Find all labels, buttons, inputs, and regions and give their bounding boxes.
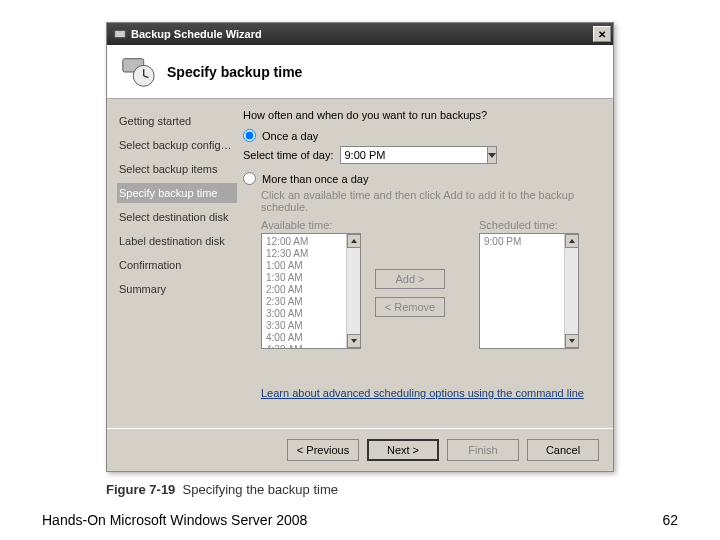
titlebar: Backup Schedule Wizard ✕ <box>107 23 613 45</box>
app-icon <box>113 27 127 41</box>
radio-more-label: More than once a day <box>262 173 368 185</box>
close-icon[interactable]: ✕ <box>593 26 611 42</box>
scroll-up-icon[interactable] <box>347 234 360 248</box>
sidebar-item-destination-disk[interactable]: Select destination disk <box>117 207 237 227</box>
svg-point-2 <box>133 65 154 86</box>
sidebar-item-label-disk[interactable]: Label destination disk <box>117 231 237 251</box>
previous-button[interactable]: < Previous <box>287 439 359 461</box>
time-of-day-label: Select time of day: <box>243 149 334 161</box>
scroll-down-icon[interactable] <box>565 334 578 348</box>
time-of-day-combo[interactable] <box>340 146 460 164</box>
advanced-scheduling-link[interactable]: Learn about advanced scheduling options … <box>261 387 584 399</box>
time-of-day-input[interactable] <box>340 146 487 164</box>
finish-button[interactable]: Finish <box>447 439 519 461</box>
sidebar-item-specify-time[interactable]: Specify backup time <box>117 183 237 203</box>
sidebar-item-select-config[interactable]: Select backup configur… <box>117 135 237 155</box>
prompt-text: How often and when do you want to run ba… <box>243 109 599 121</box>
backup-clock-icon <box>119 53 157 91</box>
scroll-up-icon[interactable] <box>565 234 578 248</box>
add-button[interactable]: Add > <box>375 269 445 289</box>
wizard-footer: < Previous Next > Finish Cancel <box>107 428 613 471</box>
wizard-header: Specify backup time <box>107 45 613 99</box>
page-title: Specify backup time <box>167 64 302 80</box>
scrollbar[interactable] <box>564 234 578 348</box>
available-time-listbox[interactable]: 12:00 AM 12:30 AM 1:00 AM 1:30 AM 2:00 A… <box>261 233 361 349</box>
wizard-window: Backup Schedule Wizard ✕ Specify backup … <box>106 22 614 472</box>
figure-caption: Figure 7-19 Specifying the backup time <box>106 482 338 497</box>
radio-once-a-day[interactable] <box>243 129 256 142</box>
sidebar-item-select-items[interactable]: Select backup items <box>117 159 237 179</box>
scrollbar[interactable] <box>346 234 360 348</box>
radio-more-than-once[interactable] <box>243 172 256 185</box>
next-button[interactable]: Next > <box>367 439 439 461</box>
figure-number: Figure 7-19 <box>106 482 175 497</box>
wizard-main: How often and when do you want to run ba… <box>237 99 613 429</box>
sidebar-item-summary[interactable]: Summary <box>117 279 237 299</box>
sidebar-item-confirmation[interactable]: Confirmation <box>117 255 237 275</box>
svg-rect-0 <box>115 31 126 38</box>
scheduled-time-label: Scheduled time: <box>479 219 579 231</box>
available-time-label: Available time: <box>261 219 361 231</box>
wizard-sidebar: Getting started Select backup configur… … <box>107 99 237 429</box>
figure-text: Specifying the backup time <box>183 482 338 497</box>
sidebar-item-getting-started[interactable]: Getting started <box>117 111 237 131</box>
scheduled-time-listbox[interactable]: 9:00 PM <box>479 233 579 349</box>
cancel-button[interactable]: Cancel <box>527 439 599 461</box>
scroll-down-icon[interactable] <box>347 334 360 348</box>
book-footer: Hands-On Microsoft Windows Server 2008 <box>42 512 307 528</box>
page-number: 62 <box>662 512 678 528</box>
more-hint-text: Click an available time and then click A… <box>261 189 599 213</box>
chevron-down-icon[interactable] <box>487 146 497 164</box>
window-title: Backup Schedule Wizard <box>131 28 593 40</box>
radio-once-label: Once a day <box>262 130 318 142</box>
remove-button[interactable]: < Remove <box>375 297 445 317</box>
